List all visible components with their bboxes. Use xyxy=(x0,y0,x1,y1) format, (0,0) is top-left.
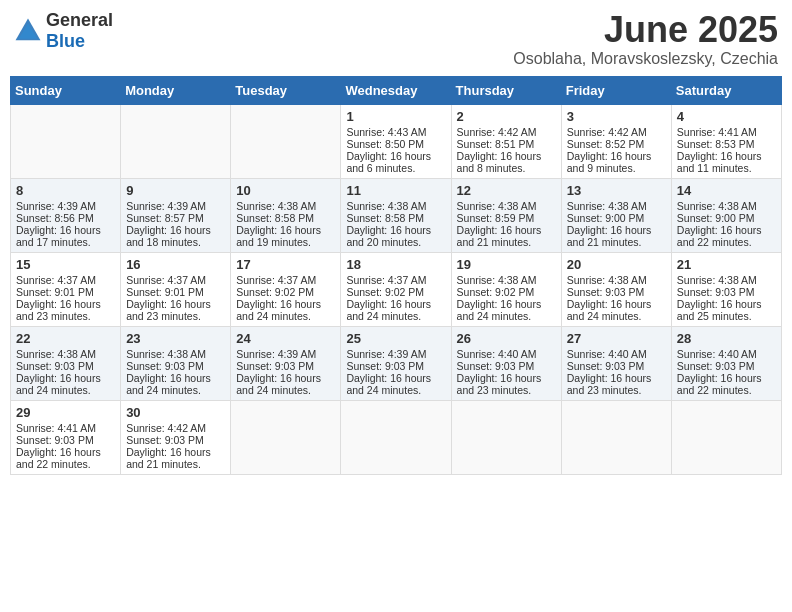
day-number: 21 xyxy=(677,257,776,272)
calendar-cell: 22 Sunrise: 4:38 AM Sunset: 9:03 PM Dayl… xyxy=(11,326,121,400)
logo-general-text: General xyxy=(46,10,113,30)
calendar-cell: 20 Sunrise: 4:38 AM Sunset: 9:03 PM Dayl… xyxy=(561,252,671,326)
daylight-label: Daylight: 16 hours and 23 minutes. xyxy=(567,372,652,396)
daylight-label: Daylight: 16 hours and 18 minutes. xyxy=(126,224,211,248)
calendar-cell: 11 Sunrise: 4:38 AM Sunset: 8:58 PM Dayl… xyxy=(341,178,451,252)
logo-blue-text: Blue xyxy=(46,31,85,51)
daylight-label: Daylight: 16 hours and 21 minutes. xyxy=(567,224,652,248)
day-number: 15 xyxy=(16,257,115,272)
sunset-label: Sunset: 9:02 PM xyxy=(346,286,424,298)
sunrise-label: Sunrise: 4:39 AM xyxy=(346,348,426,360)
sunrise-label: Sunrise: 4:40 AM xyxy=(677,348,757,360)
day-number: 8 xyxy=(16,183,115,198)
day-number: 10 xyxy=(236,183,335,198)
daylight-label: Daylight: 16 hours and 23 minutes. xyxy=(16,298,101,322)
sunset-label: Sunset: 9:03 PM xyxy=(567,360,645,372)
day-header-thursday: Thursday xyxy=(451,76,561,104)
calendar-cell: 15 Sunrise: 4:37 AM Sunset: 9:01 PM Dayl… xyxy=(11,252,121,326)
daylight-label: Daylight: 16 hours and 22 minutes. xyxy=(677,224,762,248)
day-number: 16 xyxy=(126,257,225,272)
day-number: 24 xyxy=(236,331,335,346)
calendar-cell: 1 Sunrise: 4:43 AM Sunset: 8:50 PM Dayli… xyxy=(341,104,451,178)
calendar-cell: 19 Sunrise: 4:38 AM Sunset: 9:02 PM Dayl… xyxy=(451,252,561,326)
sunrise-label: Sunrise: 4:43 AM xyxy=(346,126,426,138)
sunrise-label: Sunrise: 4:40 AM xyxy=(457,348,537,360)
calendar-cell: 17 Sunrise: 4:37 AM Sunset: 9:02 PM Dayl… xyxy=(231,252,341,326)
day-number: 28 xyxy=(677,331,776,346)
daylight-label: Daylight: 16 hours and 9 minutes. xyxy=(567,150,652,174)
calendar-cell xyxy=(231,400,341,474)
day-number: 14 xyxy=(677,183,776,198)
sunrise-label: Sunrise: 4:41 AM xyxy=(16,422,96,434)
sunrise-label: Sunrise: 4:39 AM xyxy=(126,200,206,212)
daylight-label: Daylight: 16 hours and 20 minutes. xyxy=(346,224,431,248)
sunset-label: Sunset: 9:02 PM xyxy=(457,286,535,298)
day-number: 30 xyxy=(126,405,225,420)
sunrise-label: Sunrise: 4:38 AM xyxy=(567,274,647,286)
day-number: 25 xyxy=(346,331,445,346)
sunset-label: Sunset: 9:01 PM xyxy=(126,286,204,298)
day-header-sunday: Sunday xyxy=(11,76,121,104)
sunrise-label: Sunrise: 4:42 AM xyxy=(457,126,537,138)
calendar-cell xyxy=(341,400,451,474)
calendar-cell: 29 Sunrise: 4:41 AM Sunset: 9:03 PM Dayl… xyxy=(11,400,121,474)
calendar-subtitle: Osoblaha, Moravskoslezsky, Czechia xyxy=(513,50,778,68)
daylight-label: Daylight: 16 hours and 17 minutes. xyxy=(16,224,101,248)
daylight-label: Daylight: 16 hours and 6 minutes. xyxy=(346,150,431,174)
calendar-cell xyxy=(11,104,121,178)
sunrise-label: Sunrise: 4:38 AM xyxy=(457,274,537,286)
sunset-label: Sunset: 9:03 PM xyxy=(677,286,755,298)
day-header-friday: Friday xyxy=(561,76,671,104)
daylight-label: Daylight: 16 hours and 22 minutes. xyxy=(16,446,101,470)
day-header-monday: Monday xyxy=(121,76,231,104)
sunrise-label: Sunrise: 4:38 AM xyxy=(567,200,647,212)
calendar-cell xyxy=(561,400,671,474)
header: General Blue June 2025 Osoblaha, Moravsk… xyxy=(10,10,782,68)
sunset-label: Sunset: 9:03 PM xyxy=(567,286,645,298)
daylight-label: Daylight: 16 hours and 21 minutes. xyxy=(126,446,211,470)
sunset-label: Sunset: 8:51 PM xyxy=(457,138,535,150)
sunset-label: Sunset: 9:00 PM xyxy=(677,212,755,224)
calendar-cell: 18 Sunrise: 4:37 AM Sunset: 9:02 PM Dayl… xyxy=(341,252,451,326)
day-number: 29 xyxy=(16,405,115,420)
day-number: 9 xyxy=(126,183,225,198)
calendar-cell: 23 Sunrise: 4:38 AM Sunset: 9:03 PM Dayl… xyxy=(121,326,231,400)
calendar-cell: 9 Sunrise: 4:39 AM Sunset: 8:57 PM Dayli… xyxy=(121,178,231,252)
sunrise-label: Sunrise: 4:42 AM xyxy=(567,126,647,138)
sunset-label: Sunset: 9:02 PM xyxy=(236,286,314,298)
sunset-label: Sunset: 8:59 PM xyxy=(457,212,535,224)
daylight-label: Daylight: 16 hours and 25 minutes. xyxy=(677,298,762,322)
daylight-label: Daylight: 16 hours and 8 minutes. xyxy=(457,150,542,174)
calendar-cell xyxy=(451,400,561,474)
sunset-label: Sunset: 9:03 PM xyxy=(16,360,94,372)
calendar-cell: 14 Sunrise: 4:38 AM Sunset: 9:00 PM Dayl… xyxy=(671,178,781,252)
calendar-table: SundayMondayTuesdayWednesdayThursdayFrid… xyxy=(10,76,782,475)
daylight-label: Daylight: 16 hours and 24 minutes. xyxy=(126,372,211,396)
daylight-label: Daylight: 16 hours and 24 minutes. xyxy=(16,372,101,396)
sunrise-label: Sunrise: 4:37 AM xyxy=(126,274,206,286)
day-number: 17 xyxy=(236,257,335,272)
day-number: 18 xyxy=(346,257,445,272)
sunset-label: Sunset: 9:00 PM xyxy=(567,212,645,224)
calendar-cell: 28 Sunrise: 4:40 AM Sunset: 9:03 PM Dayl… xyxy=(671,326,781,400)
calendar-cell: 25 Sunrise: 4:39 AM Sunset: 9:03 PM Dayl… xyxy=(341,326,451,400)
day-number: 3 xyxy=(567,109,666,124)
calendar-header-row: SundayMondayTuesdayWednesdayThursdayFrid… xyxy=(11,76,782,104)
day-number: 1 xyxy=(346,109,445,124)
sunrise-label: Sunrise: 4:37 AM xyxy=(236,274,316,286)
calendar-week-row: 15 Sunrise: 4:37 AM Sunset: 9:01 PM Dayl… xyxy=(11,252,782,326)
calendar-cell: 2 Sunrise: 4:42 AM Sunset: 8:51 PM Dayli… xyxy=(451,104,561,178)
daylight-label: Daylight: 16 hours and 23 minutes. xyxy=(457,372,542,396)
sunset-label: Sunset: 9:03 PM xyxy=(677,360,755,372)
sunset-label: Sunset: 8:53 PM xyxy=(677,138,755,150)
calendar-cell: 24 Sunrise: 4:39 AM Sunset: 9:03 PM Dayl… xyxy=(231,326,341,400)
sunrise-label: Sunrise: 4:38 AM xyxy=(346,200,426,212)
calendar-week-row: 29 Sunrise: 4:41 AM Sunset: 9:03 PM Dayl… xyxy=(11,400,782,474)
sunrise-label: Sunrise: 4:40 AM xyxy=(567,348,647,360)
sunset-label: Sunset: 9:03 PM xyxy=(457,360,535,372)
daylight-label: Daylight: 16 hours and 24 minutes. xyxy=(346,372,431,396)
sunset-label: Sunset: 9:03 PM xyxy=(236,360,314,372)
sunset-label: Sunset: 8:58 PM xyxy=(346,212,424,224)
sunset-label: Sunset: 9:03 PM xyxy=(126,434,204,446)
day-number: 13 xyxy=(567,183,666,198)
